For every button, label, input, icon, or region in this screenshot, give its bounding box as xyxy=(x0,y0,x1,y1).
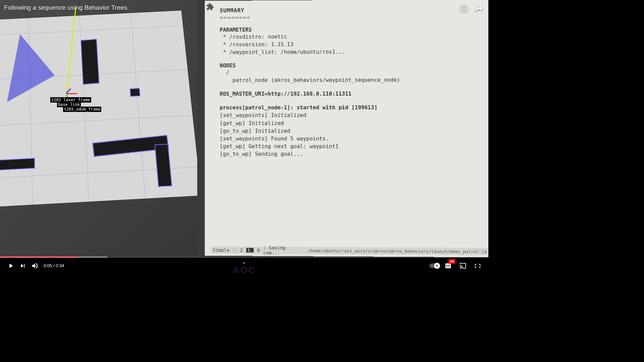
time-display: 0:05 / 0:34 xyxy=(44,263,64,268)
log-line: [go_to_wp] Sending goal... xyxy=(220,150,486,158)
terminal-output: SUMMARY ======== PARAMETERS * /rosdistro… xyxy=(198,0,488,257)
play-button[interactable] xyxy=(5,260,17,272)
status-file-path: /home/ubuntu/ros1_ws/src/akros/akros_beh… xyxy=(308,248,487,254)
volume-button[interactable] xyxy=(29,260,41,272)
log-line: [set_waypoints] Found 5 waypoints. xyxy=(220,135,486,143)
obstacle xyxy=(155,144,172,187)
nodes-heading: NODES xyxy=(220,61,486,68)
node-line: patrol_node (akros_behaviors/waypoint_se… xyxy=(220,76,486,84)
status-count-b: 0 xyxy=(257,248,260,253)
hd-badge: HD xyxy=(448,259,455,264)
summary-underline: ======== xyxy=(220,13,486,21)
process-start-line: process[patrol_node-1]: started with pid… xyxy=(220,104,486,112)
share-icon[interactable] xyxy=(475,4,484,13)
extension-icon xyxy=(206,3,214,11)
obstacle xyxy=(130,88,141,97)
cast-button[interactable] xyxy=(457,260,469,272)
robot-origin xyxy=(64,90,70,97)
current-time: 0:05 xyxy=(44,263,52,268)
autoplay-knob-icon xyxy=(434,263,440,269)
rviz-visualization: t265_laser_frame base_link t265_odom_fra… xyxy=(0,0,197,256)
video-frame: t265_laser_frame base_link t265_odom_fra… xyxy=(0,0,488,256)
video-title: Following a sequence using Behavior Tree… xyxy=(4,4,127,11)
terminal-chip-icon: $_ xyxy=(246,248,254,252)
node-line: / xyxy=(220,68,486,76)
obstacle xyxy=(80,39,99,85)
monitor-brand-logo: AOC xyxy=(233,265,256,274)
param-line: * /waypoint_list: /home/ubuntu/ros1... xyxy=(220,48,486,56)
autoplay-toggle[interactable] xyxy=(429,263,439,268)
theater-mode-button[interactable] xyxy=(472,260,484,272)
log-line: [get_wp] Initialized xyxy=(220,119,486,127)
obstacle xyxy=(0,158,35,172)
captions-button[interactable]: HD xyxy=(442,260,454,272)
status-indicator-icon xyxy=(233,248,237,252)
ros-master-uri: ROS_MASTER_URI=http://192.168.0.110:1131… xyxy=(220,89,486,98)
log-line: [set_waypoints] Initialized xyxy=(220,111,486,119)
status-count-a: 2 xyxy=(240,247,243,253)
watch-later-icon[interactable] xyxy=(460,4,468,13)
summary-heading: SUMMARY xyxy=(220,6,486,14)
status-saving: : Saving com... xyxy=(263,245,304,256)
log-line: [get_wp] Getting next goal: waypoint1 xyxy=(220,142,486,150)
param-line: * /rosdistro: noetic xyxy=(220,32,486,41)
axis-x xyxy=(67,93,77,94)
tf-frame-label: t265_odom_frame xyxy=(63,107,101,112)
editor-status-bar: Simple 2 $_ 0 : Saving com... /home/ubun… xyxy=(211,246,488,255)
duration: 0:34 xyxy=(56,263,64,268)
status-mode: Simple xyxy=(213,247,229,253)
param-line: * /rosversion: 1.15.13 xyxy=(220,40,486,49)
log-line: [go_to_wp] Initialized xyxy=(220,127,486,135)
next-button[interactable] xyxy=(17,260,29,272)
video-top-controls xyxy=(460,4,484,13)
